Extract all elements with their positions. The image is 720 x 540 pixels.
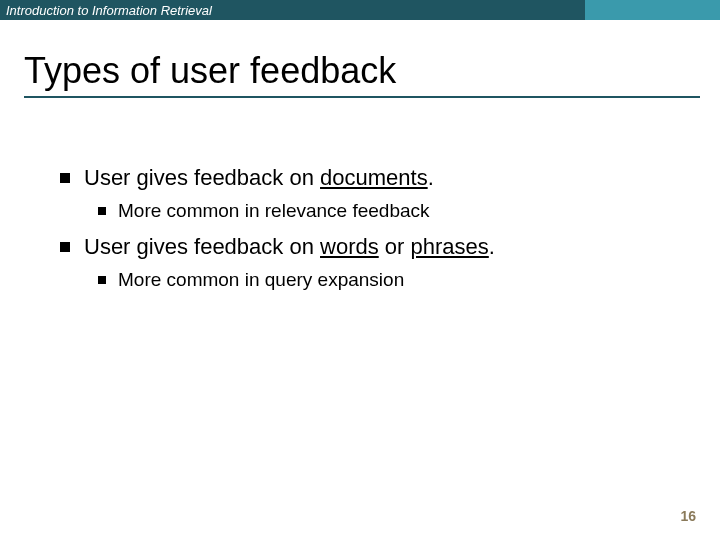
bullet-text: User gives feedback on documents.: [84, 164, 434, 193]
text-fragment: User gives feedback on: [84, 234, 320, 259]
bullet-text: User gives feedback on words or phrases.: [84, 233, 495, 262]
sub-bullet-text: More common in relevance feedback: [118, 199, 430, 224]
header-left: Introduction to Information Retrieval: [0, 0, 585, 20]
slide-title: Types of user feedback: [24, 50, 700, 92]
title-area: Types of user feedback: [0, 20, 720, 104]
square-bullet-icon: [98, 276, 106, 284]
text-underlined: documents: [320, 165, 428, 190]
text-fragment: User gives feedback on: [84, 165, 320, 190]
bullet-item: User gives feedback on words or phrases.: [60, 233, 680, 262]
text-underlined: words: [320, 234, 379, 259]
sub-bullet-text: More common in query expansion: [118, 268, 404, 293]
course-title: Introduction to Information Retrieval: [6, 3, 212, 18]
bullet-item: User gives feedback on documents.: [60, 164, 680, 193]
text-underlined: phrases: [411, 234, 489, 259]
page-number: 16: [680, 508, 696, 524]
square-bullet-icon: [60, 242, 70, 252]
text-fragment: .: [428, 165, 434, 190]
square-bullet-icon: [98, 207, 106, 215]
header-bar: Introduction to Information Retrieval: [0, 0, 720, 20]
sub-bullet-item: More common in query expansion: [98, 268, 680, 293]
text-fragment: or: [379, 234, 411, 259]
square-bullet-icon: [60, 173, 70, 183]
content-area: User gives feedback on documents. More c…: [0, 104, 720, 293]
sub-bullet-item: More common in relevance feedback: [98, 199, 680, 224]
title-underline: [24, 96, 700, 98]
text-fragment: .: [489, 234, 495, 259]
header-right: [585, 0, 720, 20]
